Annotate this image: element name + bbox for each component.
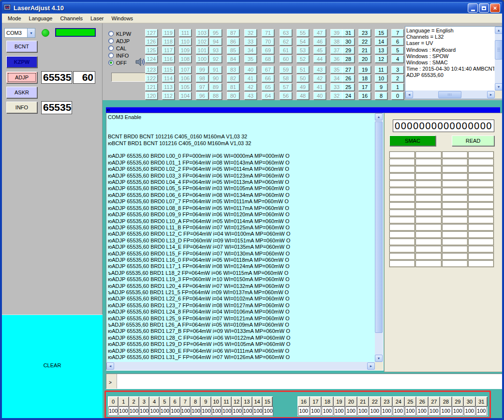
scroll-left-icon[interactable]: ◄: [405, 91, 413, 98]
scroll-right-icon[interactable]: ►: [487, 91, 495, 98]
channel-button-107[interactable]: 107: [179, 66, 192, 74]
bottom-channel-value-22[interactable]: 100: [369, 406, 381, 416]
bottom-channel-button-10[interactable]: 10: [211, 397, 221, 406]
channel-button-116[interactable]: 116: [162, 55, 175, 63]
channel-button-86[interactable]: 86: [227, 38, 239, 45]
channel-button-127[interactable]: 127: [145, 29, 158, 37]
channel-button-95[interactable]: 95: [209, 29, 222, 37]
channel-button-71[interactable]: 71: [262, 29, 274, 37]
channel-button-40[interactable]: 40: [244, 66, 257, 74]
channel-button-81[interactable]: 81: [227, 83, 239, 91]
channel-button-101[interactable]: 101: [196, 46, 208, 54]
bottom-channel-value-8[interactable]: 100: [191, 406, 201, 416]
channel-button-94[interactable]: 94: [209, 38, 222, 45]
scroll-down-icon[interactable]: ▼: [495, 83, 503, 90]
channel-button-57[interactable]: 57: [280, 83, 292, 91]
bcnt-button[interactable]: BCNT: [6, 41, 37, 52]
channel-button-34[interactable]: 34: [330, 75, 343, 82]
bottom-channel-value-30[interactable]: 100: [464, 406, 475, 416]
channel-button-105[interactable]: 105: [179, 83, 192, 91]
channel-button-22[interactable]: 22: [358, 38, 371, 45]
channel-button-9[interactable]: 9: [375, 83, 387, 91]
channel-button-124[interactable]: 124: [145, 55, 158, 63]
bottom-channel-button-1[interactable]: 1: [119, 397, 128, 406]
bottom-channel-button-17[interactable]: 17: [310, 397, 322, 406]
channel-button-2[interactable]: 2: [391, 75, 404, 82]
channel-button-0[interactable]: 0: [391, 92, 404, 100]
bottom-channel-value-29[interactable]: 100: [452, 406, 464, 416]
channel-button-25[interactable]: 25: [342, 83, 355, 91]
bottom-channel-value-18[interactable]: 100: [322, 406, 333, 416]
channel-button-118[interactable]: 118: [162, 38, 175, 45]
bottom-channel-value-16[interactable]: 100: [298, 406, 310, 416]
channel-button-13[interactable]: 13: [375, 46, 387, 54]
channel-button-42[interactable]: 42: [244, 83, 257, 91]
status-vscrollbar[interactable]: ▲ ▼: [495, 27, 503, 90]
channel-button-102[interactable]: 102: [196, 38, 208, 45]
channel-button-99[interactable]: 99: [196, 66, 208, 74]
bottom-channel-button-7[interactable]: 7: [180, 397, 190, 406]
channel-button-38[interactable]: 38: [330, 38, 343, 45]
channel-button-98[interactable]: 98: [196, 75, 208, 82]
bottom-channel-button-19[interactable]: 19: [334, 397, 345, 406]
channel-button-8[interactable]: 8: [375, 92, 387, 100]
bottom-channel-button-28[interactable]: 28: [440, 397, 452, 406]
bottom-channel-button-30[interactable]: 30: [464, 397, 475, 406]
channel-button-53[interactable]: 53: [296, 46, 309, 54]
code-field[interactable]: 0000000000000000: [393, 120, 494, 132]
maximize-button[interactable]: [479, 3, 489, 13]
scroll-right-icon[interactable]: ►: [367, 362, 375, 370]
channel-button-24[interactable]: 24: [342, 92, 355, 100]
bottom-channel-button-27[interactable]: 27: [429, 397, 440, 406]
bottom-channel-value-20[interactable]: 100: [345, 406, 357, 416]
channel-button-55[interactable]: 55: [296, 29, 309, 37]
bottom-channel-button-29[interactable]: 29: [452, 397, 464, 406]
bottom-channel-value-0[interactable]: 100: [108, 406, 118, 416]
bottom-channel-button-25[interactable]: 25: [405, 397, 416, 406]
chevron-down-icon[interactable]: ▼: [27, 29, 35, 37]
bottom-channel-button-8[interactable]: 8: [191, 397, 200, 406]
askr-button[interactable]: ASKR: [6, 87, 37, 98]
channel-button-23[interactable]: 23: [358, 29, 371, 37]
channel-button-35[interactable]: 35: [330, 66, 343, 74]
hscroll-thumb[interactable]: [438, 91, 461, 98]
channel-button-30[interactable]: 30: [342, 38, 355, 45]
channel-button-5[interactable]: 5: [391, 46, 404, 54]
bottom-channel-button-3[interactable]: 3: [139, 397, 149, 406]
scroll-up-icon[interactable]: ▲: [495, 27, 503, 34]
bottom-channel-button-23[interactable]: 23: [381, 397, 393, 406]
bottom-channel-button-0[interactable]: 0: [108, 397, 118, 406]
bottom-channel-value-6[interactable]: 100: [170, 406, 180, 416]
channel-button-114[interactable]: 114: [162, 75, 175, 82]
channel-button-33[interactable]: 33: [244, 38, 257, 45]
bottom-channel-button-24[interactable]: 24: [393, 397, 404, 406]
channel-button-113[interactable]: 113: [162, 83, 175, 91]
channel-button-122[interactable]: 122: [145, 75, 158, 82]
bottom-channel-value-2[interactable]: 100: [129, 406, 139, 416]
channel-button-1[interactable]: 1: [391, 83, 404, 91]
channel-button-119[interactable]: 119: [162, 29, 175, 37]
adjp-param-field[interactable]: 60: [73, 71, 95, 84]
adjp-value-field[interactable]: 65535: [41, 71, 72, 84]
bottom-channel-button-31[interactable]: 31: [476, 397, 488, 406]
channel-button-82[interactable]: 82: [227, 75, 239, 82]
channel-button-52[interactable]: 52: [296, 55, 309, 63]
channel-button-51[interactable]: 51: [296, 66, 309, 74]
channel-button-29[interactable]: 29: [342, 46, 355, 54]
channel-button-89[interactable]: 89: [209, 83, 222, 91]
channel-button-59[interactable]: 59: [280, 66, 292, 74]
bottom-channel-value-14[interactable]: 100: [253, 406, 263, 416]
channel-button-90[interactable]: 90: [209, 75, 222, 82]
channel-button-111[interactable]: 111: [179, 29, 192, 37]
bottom-channel-value-11[interactable]: 100: [222, 406, 232, 416]
channel-button-58[interactable]: 58: [280, 75, 292, 82]
channel-button-39[interactable]: 39: [330, 29, 343, 37]
channel-button-110[interactable]: 110: [179, 38, 192, 45]
channel-button-108[interactable]: 108: [179, 55, 192, 63]
bottom-channel-value-25[interactable]: 100: [405, 406, 416, 416]
channel-button-70[interactable]: 70: [262, 38, 274, 45]
channel-button-11[interactable]: 11: [375, 66, 387, 74]
channel-button-14[interactable]: 14: [375, 38, 387, 45]
kzpw-button[interactable]: KZPW: [6, 56, 37, 68]
channel-button-37[interactable]: 37: [330, 46, 343, 54]
